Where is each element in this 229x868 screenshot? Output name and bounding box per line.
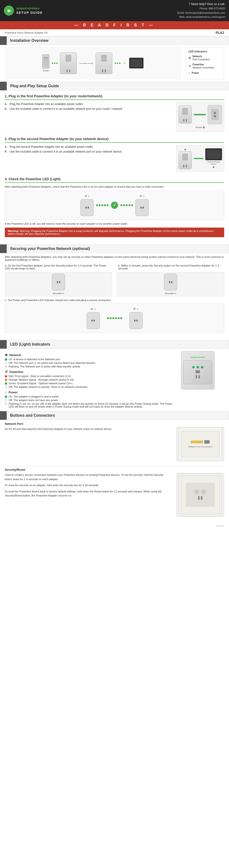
step-1b: b. Use the included cable to connect it … [5, 107, 171, 111]
securing-step-c: c. The Power and Powerline LED Indicator… [5, 299, 224, 302]
logo-area: amped wireless SETUP GUIDE [4, 5, 43, 16]
router-icon [42, 54, 50, 69]
setup-section-bar [0, 82, 7, 90]
installation-section-header: Installation Overview [0, 36, 229, 45]
install-overview: Router [5, 47, 224, 79]
led-text: ⊕ Network: On: A device is attached to t… [5, 351, 176, 409]
prong-right-2 [105, 69, 106, 72]
hw-led-row [192, 366, 203, 368]
powerline-label: Powerline [193, 63, 214, 66]
powerline-sub: Network Connection [193, 66, 214, 69]
warning-label: Warning: [8, 229, 20, 232]
cable-dots-2 [115, 62, 121, 64]
read-first-banner: — R E A D F I R S T — [0, 21, 229, 29]
security-diagram-right: SECURITY [117, 272, 224, 296]
or-label: or [124, 62, 126, 64]
step-1-image: Router b [176, 102, 224, 132]
network-port-label: Network Port Connection [188, 445, 212, 448]
led-powerline-orange: Orange: Medium signal - Average network … [5, 378, 176, 381]
step-2-title: 2. Plug in the second Powerline Adapter … [5, 135, 224, 143]
hw-led-powerline [197, 366, 199, 368]
security-reset-text: Used to create a secure connection betwe… [5, 473, 171, 517]
sec-c-hole-r1 [94, 320, 95, 321]
step2-tv [205, 148, 222, 160]
hw-body [184, 360, 212, 384]
electrical-arrow: ⟶⟶ [79, 60, 93, 66]
web: Web: www.ampedwireless.com/support [177, 15, 225, 19]
led-indicators-title: LED Indicators [189, 50, 222, 53]
step-3-number: 3. [5, 177, 9, 181]
network-cat-label: Network: [9, 353, 22, 357]
security-diagrams: SECURITY SECURITY [5, 272, 224, 296]
step-2-label: Plug in the second Powerline Adapter (to… [9, 137, 108, 141]
conn-dots-middle [96, 204, 108, 206]
led-network-on: On: A device is attached to the Network … [5, 358, 176, 361]
hw-prong-l [196, 375, 197, 378]
connector-divider [5, 466, 224, 466]
plug-hole-l2 [140, 207, 142, 209]
power-cat-label: Power: [9, 391, 18, 394]
step-1b-text: Use the included cable to connect it to … [10, 107, 123, 111]
step-1a-text: Plug the Powerline Adapter into an avail… [10, 102, 83, 106]
led-section-header: LED (Light) Indicators [0, 340, 229, 349]
powerline-cat-label: Powerline: [9, 370, 24, 374]
page: amped wireless SETUP GUIDE ? Need Help? … [0, 0, 229, 528]
hw-brand-label: amped wireless [191, 356, 205, 358]
router-unit: Router [42, 54, 50, 72]
install-diagram: Router [5, 47, 181, 79]
powerline-off-text: Off: The adapter detects no activity. Th… [9, 385, 88, 388]
logo-text: amped wireless SETUP GUIDE [16, 6, 43, 15]
step1-prong-l [183, 119, 184, 122]
step1-adapter [178, 105, 192, 124]
step-1-title: 1. Plug in the first Powerline Adapter (… [5, 93, 224, 100]
reset-device-illustration [178, 473, 222, 517]
version-number: v092115 [0, 524, 229, 528]
led-indicators-box: LED Indicators ⊕ Network Port Connection… [186, 47, 224, 79]
green-dot-power-on [5, 396, 7, 398]
step-1-content: a. Plug the Powerline Adapter into an av… [5, 102, 224, 132]
sec-c-leds-2: ↺ ○ [133, 307, 138, 311]
securing-bar [0, 244, 7, 253]
tv-screen [130, 59, 142, 67]
security-reset-content: Used to create a secure connection betwe… [5, 473, 224, 517]
security-plug-2 [164, 274, 177, 290]
powerline-icon: ↺ [189, 64, 191, 68]
led-network-off: Off: The network port is not active and … [5, 362, 176, 364]
prongs-2 [102, 69, 106, 72]
green-dot-network-on [5, 358, 7, 361]
step-2b: b. Use the included cable to connect it … [5, 150, 171, 153]
reset-prong-r [201, 496, 202, 500]
flash-icon-power: ✕ [5, 403, 7, 405]
hw-ports [196, 370, 200, 373]
setup-section: 1. Plug in the first Powerline Adapter (… [0, 90, 229, 244]
phone: Phone: 888-573-8820 [177, 6, 225, 11]
step-2-image: a [176, 145, 224, 172]
plug-hole-r2 [142, 207, 144, 209]
step2-prong-r [186, 165, 187, 167]
powerline-red-text: Red: Poor signal - Slow or unusable conn… [9, 375, 71, 377]
play-icon [4, 5, 14, 16]
installation-section: Router [0, 45, 229, 82]
led-bar [0, 340, 7, 349]
sec-c-leds-1: ↺ ○ [91, 307, 96, 311]
step-1-text: a. Plug the Powerline Adapter into an av… [5, 102, 171, 132]
brand-name: amped wireless [16, 6, 43, 10]
router-label: Router [43, 69, 49, 72]
step-3-label: Check the Powerline LED (Light) [9, 177, 61, 181]
securing-section-header: Securing your Powerline Network (optiona… [0, 244, 229, 253]
network-port-content: An RJ-45 port that attaches the Powerlin… [5, 427, 224, 461]
hw-prong-r [198, 375, 200, 378]
powerline-green-text: Green: Excellent Signal - Optimal networ… [9, 382, 72, 385]
hw-rj45 [196, 370, 200, 373]
network-port-title: Network Port: [5, 422, 224, 426]
led-network-item: ⊕ Network Port Connection [189, 55, 222, 61]
step-1a: a. Plug the Powerline Adapter into an av… [5, 102, 171, 106]
sec-c-plug-2 [129, 312, 142, 329]
hw-led-network [192, 366, 195, 368]
step-1a-letter: a. [5, 102, 8, 106]
led-power-off: Off: The adapter does not have any power [5, 399, 176, 402]
network-off-text: Off: The network port is not active and … [9, 362, 95, 364]
led-powerline-item: ↺ Powerline Network Connection [189, 63, 222, 69]
buttons-section-header: Buttons and Connectors [0, 411, 229, 420]
hw-prongs-bottom [196, 375, 200, 378]
